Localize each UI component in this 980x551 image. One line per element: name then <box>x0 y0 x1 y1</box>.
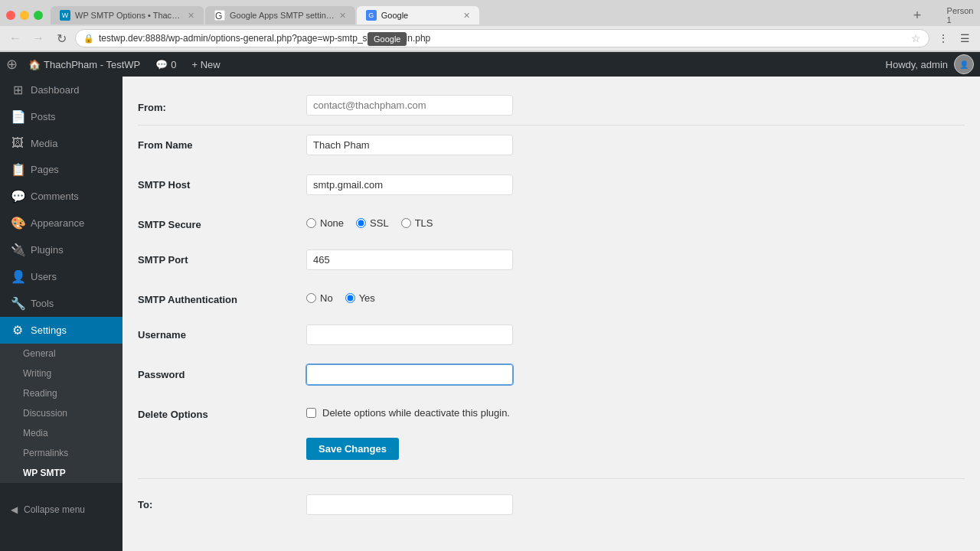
sidebar-item-tools[interactable]: 🔧Tools <box>0 290 122 317</box>
sidebar-submenu-item-general[interactable]: General <box>0 344 122 364</box>
new-item-label: + New <box>191 59 220 70</box>
extensions-button[interactable]: ⋮ <box>934 29 952 47</box>
smtp-auth-field: No Yes <box>306 289 965 304</box>
sidebar-item-settings[interactable]: ⚙Settings <box>0 317 122 344</box>
sidebar-label-media: Media <box>31 138 57 149</box>
sidebar-item-appearance[interactable]: 🎨Appearance <box>0 210 122 236</box>
forward-button[interactable]: → <box>29 29 47 47</box>
delete-options-row: Delete Options Delete options while deac… <box>138 395 965 430</box>
admin-bar-new[interactable]: + New <box>184 52 227 77</box>
sidebar-item-comments[interactable]: 💬Comments <box>0 183 122 210</box>
wp-admin-bar: ⊕ 🏠 ThachPham - TestWP 💬 0 + New Howdy, … <box>0 52 980 77</box>
sidebar-submenu-item-discussion[interactable]: Discussion <box>0 403 122 423</box>
sidebar-item-dashboard[interactable]: ⊞Dashboard <box>0 77 122 103</box>
users-icon: 👤 <box>11 269 24 284</box>
sidebar-submenu-item-writing[interactable]: Writing <box>0 364 122 383</box>
smtp-secure-label: SMTP Secure <box>138 214 306 230</box>
smtp-port-input[interactable] <box>306 249 513 270</box>
sidebar-submenu-item-reading[interactable]: Reading <box>0 383 122 403</box>
smtp-auth-label: SMTP Authentication <box>138 289 306 305</box>
browser-titlebar: WWP SMTP Options • Thach…✕GGoogle Apps S… <box>0 0 980 26</box>
wp-logo[interactable]: ⊕ <box>6 56 18 73</box>
smtp-auth-yes[interactable]: Yes <box>345 292 375 304</box>
sidebar-label-users: Users <box>31 271 57 282</box>
back-button[interactable]: ← <box>6 29 24 47</box>
main-content: From: From Name SMTP Host SMTP Secure <box>122 77 980 551</box>
posts-icon: 📄 <box>11 109 24 124</box>
tab-favicon-tab3: G <box>366 10 377 21</box>
tab-title-tab1: WP SMTP Options • Thach… <box>75 11 183 20</box>
browser-tab-tab2[interactable]: GGoogle Apps SMTP settin…✕ <box>205 6 355 24</box>
smtp-secure-row: SMTP Secure None SSL TLS <box>138 205 965 240</box>
collapse-menu-button[interactable]: ◀Collapse menu <box>0 498 122 521</box>
smtp-secure-tls[interactable]: TLS <box>401 217 433 229</box>
smtp-secure-options: None SSL TLS <box>306 214 965 229</box>
window-controls <box>6 11 43 20</box>
sidebar-item-posts[interactable]: 📄Posts <box>0 103 122 130</box>
sidebar-label-dashboard: Dashboard <box>31 84 80 96</box>
username-input[interactable] <box>306 324 513 345</box>
admin-bar-comments[interactable]: 💬 0 <box>148 52 184 77</box>
browser-tab-tab3[interactable]: GGoogle✕ <box>357 6 479 24</box>
from-name-input[interactable] <box>306 135 513 155</box>
new-tab-button[interactable]: + <box>906 5 928 26</box>
tab-favicon-tab2: G <box>214 10 225 21</box>
refresh-button[interactable]: ↻ <box>52 29 70 47</box>
browser-chrome: WWP SMTP Options • Thach…✕GGoogle Apps S… <box>0 0 980 52</box>
smtp-host-input[interactable] <box>306 174 513 195</box>
sidebar-item-plugins[interactable]: 🔌Plugins <box>0 236 122 263</box>
smtp-secure-ssl[interactable]: SSL <box>356 217 389 229</box>
menu-button[interactable]: ☰ <box>956 29 974 47</box>
minimize-window-button[interactable] <box>20 11 29 20</box>
from-value-partial <box>306 95 965 116</box>
sidebar-submenu-item-wp-smtp[interactable]: WP SMTP <box>0 463 122 483</box>
smtp-auth-no-radio[interactable] <box>306 293 316 303</box>
maximize-window-button[interactable] <box>34 11 43 20</box>
sidebar-submenu-item-media[interactable]: Media <box>0 423 122 443</box>
smtp-secure-none[interactable]: None <box>306 217 344 229</box>
smtp-secure-none-radio[interactable] <box>306 218 316 228</box>
smtp-secure-tls-radio[interactable] <box>401 218 411 228</box>
from-input[interactable] <box>306 95 513 116</box>
from-row-partial: From: <box>138 92 965 126</box>
address-bar[interactable]: 🔒 testwp.dev:8888/wp-admin/options-gener… <box>75 29 929 47</box>
sidebar-label-posts: Posts <box>31 111 56 122</box>
sidebar-submenu-item-permalinks[interactable]: Permalinks <box>0 443 122 463</box>
tab-favicon-tab1: W <box>60 10 70 21</box>
sidebar-menu: ⊞Dashboard📄Posts🖼Media📋Pages💬Comments🎨Ap… <box>0 77 122 521</box>
close-window-button[interactable] <box>6 11 15 20</box>
pages-icon: 📋 <box>11 162 24 177</box>
from-name-row: From Name <box>138 126 965 165</box>
smtp-secure-ssl-radio[interactable] <box>356 218 366 228</box>
avatar[interactable]: 👤 <box>954 54 974 74</box>
sidebar-label-settings: Settings <box>31 324 67 336</box>
bookmark-icon[interactable]: ☆ <box>911 32 921 44</box>
smtp-auth-no[interactable]: No <box>306 292 333 304</box>
sidebar-item-users[interactable]: 👤Users <box>0 263 122 290</box>
delete-options-checkbox[interactable] <box>306 408 316 418</box>
smtp-auth-yes-radio[interactable] <box>345 293 355 303</box>
person-icon[interactable]: Person 1 <box>951 6 969 24</box>
browser-toolbar: ← → ↻ 🔒 testwp.dev:8888/wp-admin/options… <box>0 26 980 51</box>
tab-close-tab2[interactable]: ✕ <box>339 11 346 21</box>
smtp-auth-options: No Yes <box>306 289 965 304</box>
collapse-icon: ◀ <box>11 504 18 515</box>
to-input[interactable] <box>306 494 513 515</box>
dashboard-icon: ⊞ <box>11 83 24 97</box>
password-input[interactable] <box>306 364 513 385</box>
admin-bar-site[interactable]: 🏠 ThachPham - TestWP <box>21 52 148 77</box>
collapse-label: Collapse menu <box>24 504 85 515</box>
comments-count: 0 <box>171 59 176 70</box>
smtp-host-row: SMTP Host <box>138 165 965 205</box>
comments-icon: 💬 <box>155 59 168 70</box>
sidebar-submenu: GeneralWritingReadingDiscussionMediaPerm… <box>0 344 122 483</box>
smtp-auth-no-label: No <box>320 292 333 304</box>
toolbar-extras: ⋮ ☰ <box>934 29 974 47</box>
sidebar-item-media[interactable]: 🖼Media <box>0 130 122 156</box>
save-changes-button[interactable]: Save Changes <box>306 438 399 460</box>
browser-tab-tab1[interactable]: WWP SMTP Options • Thach…✕ <box>51 6 204 24</box>
save-row: Save Changes <box>138 430 965 475</box>
sidebar-item-pages[interactable]: 📋Pages <box>0 156 122 183</box>
tab-close-tab1[interactable]: ✕ <box>188 11 194 21</box>
tab-close-tab3[interactable]: ✕ <box>463 11 470 21</box>
